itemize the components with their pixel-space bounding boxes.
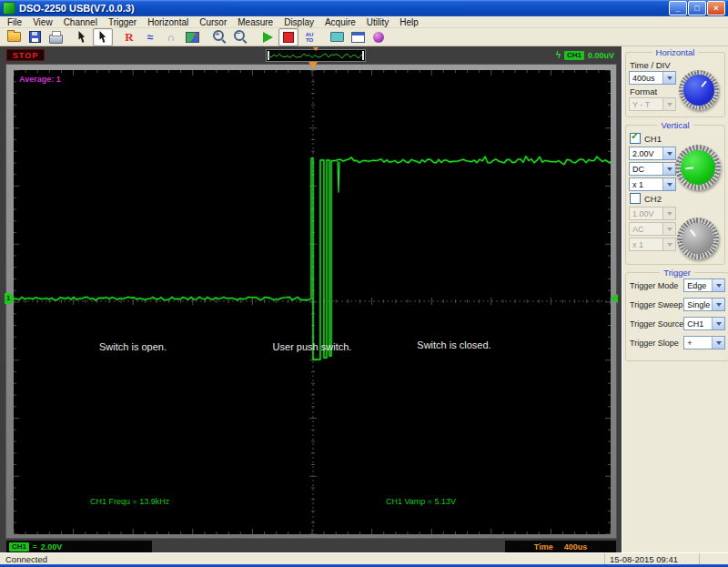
dropdown-arrow-icon[interactable] xyxy=(662,163,675,175)
stop-button[interactable] xyxy=(278,28,298,46)
menu-measure[interactable]: Measure xyxy=(232,17,278,27)
ch1-coupling-select[interactable]: DC xyxy=(629,162,676,176)
toolbar: R≈∩AU TO xyxy=(0,28,728,46)
auto-setup-icon: AU TO xyxy=(304,32,316,43)
menu-view[interactable]: View xyxy=(27,17,58,27)
menu-display[interactable]: Display xyxy=(278,17,319,27)
ch2-position-knob[interactable] xyxy=(677,218,719,259)
trigger-position-marker-icon[interactable] xyxy=(308,62,318,69)
annotation-2: User push switch. xyxy=(273,341,352,352)
app-icon xyxy=(3,2,15,15)
math-waveform-button[interactable]: ≈ xyxy=(140,28,160,46)
menu-file[interactable]: File xyxy=(2,17,27,27)
dropdown-arrow-icon[interactable] xyxy=(712,279,724,291)
display-frame: 1 Average: 1 Switch is open.User push sw… xyxy=(5,64,617,539)
datetime: 15-08-2015 09:41 xyxy=(604,553,699,564)
dropdown-arrow-icon[interactable] xyxy=(662,72,675,84)
connection-status: Connected xyxy=(0,554,604,564)
title-bar: DSO-2250 USB(V7.0.0.3) _□× xyxy=(0,0,728,16)
cursor-pan-button[interactable] xyxy=(72,28,92,46)
help-button[interactable] xyxy=(369,28,389,46)
trigger-slope-label: Trigger Slope xyxy=(630,339,679,348)
menu-bar: FileViewChannelTriggerHorizontalCursorMe… xyxy=(0,16,728,28)
close-button[interactable]: × xyxy=(707,1,725,15)
refresh-r-icon: R xyxy=(125,31,133,43)
time-label: Time xyxy=(534,542,553,552)
waveform-overview[interactable] xyxy=(266,49,366,62)
snapshot-icon xyxy=(186,32,199,43)
channel1-volts-div: 2.00V xyxy=(41,542,63,552)
trigger-mode-row: Trigger ModeEdge xyxy=(630,278,725,292)
zoom-in-icon xyxy=(213,30,224,41)
multi-window-icon xyxy=(351,32,365,43)
display-mode-button[interactable] xyxy=(327,28,347,46)
trigger-level-value: 0.00uV xyxy=(588,51,614,60)
trigger-sweep-row: Trigger SweepSingle xyxy=(630,298,725,311)
time-div-label: Time / DIV xyxy=(630,60,722,70)
cursor-select-button[interactable] xyxy=(93,28,113,46)
ch1-volts-select[interactable]: 2.00V xyxy=(629,147,676,160)
measurement-2: CH1 Vamp = 5.13V xyxy=(386,497,456,506)
zoom-out-button[interactable] xyxy=(230,28,250,46)
minimize-button[interactable]: _ xyxy=(669,1,687,15)
trigger-source-select[interactable]: CH1 xyxy=(683,317,725,330)
menu-horizontal[interactable]: Horizontal xyxy=(142,17,194,27)
snapshot-button[interactable] xyxy=(182,28,202,46)
dropdown-arrow-icon[interactable] xyxy=(712,318,724,329)
ch1-position-knob[interactable] xyxy=(675,145,721,190)
trigger-level-marker-icon[interactable] xyxy=(610,294,618,303)
auto-setup-button[interactable]: AU TO xyxy=(299,28,319,46)
trigger-slope-row: Trigger Slope+ xyxy=(630,336,725,349)
dropdown-arrow-icon xyxy=(662,238,675,250)
main-area: STOP ϟ CH1 0.00uV 1 Average: 1 Switch is… xyxy=(0,46,728,552)
ch2-coupling-select[interactable]: AC xyxy=(629,222,676,236)
menu-acquire[interactable]: Acquire xyxy=(319,17,361,27)
dropdown-arrow-icon[interactable] xyxy=(712,337,724,349)
start-button[interactable] xyxy=(258,28,278,46)
ch2-volts-select[interactable]: 1.00V xyxy=(629,207,676,220)
format-select[interactable]: Y - T xyxy=(629,97,676,111)
menu-utility[interactable]: Utility xyxy=(361,17,394,27)
trigger-sweep-select[interactable]: Single xyxy=(683,298,725,311)
ch1-checkbox-row: ✓ CH1 xyxy=(630,133,722,144)
dropdown-arrow-icon xyxy=(662,208,675,219)
ch1-checkbox[interactable]: ✓ xyxy=(630,133,641,144)
vertical-group-title: Vertical xyxy=(657,120,693,130)
trigger-mode-select[interactable]: Edge xyxy=(683,278,725,292)
print-button[interactable] xyxy=(46,28,66,46)
magnet-icon: ∩ xyxy=(167,32,176,43)
math-waveform-icon: ≈ xyxy=(147,32,154,43)
ch1-label: CH1 xyxy=(644,134,662,144)
menu-cursor[interactable]: Cursor xyxy=(194,17,232,27)
scope-area: STOP ϟ CH1 0.00uV 1 Average: 1 Switch is… xyxy=(0,46,622,552)
check-icon: ✓ xyxy=(631,130,639,142)
timebase-status-box: Time 400us xyxy=(505,541,616,552)
channel1-badge: CH1 xyxy=(9,542,29,552)
open-icon xyxy=(7,32,21,42)
dropdown-arrow-icon[interactable] xyxy=(662,178,675,190)
horizontal-knob[interactable] xyxy=(679,70,719,110)
trigger-sweep-label: Trigger Sweep xyxy=(630,300,682,309)
menu-channel[interactable]: Channel xyxy=(58,17,103,27)
stop-icon xyxy=(283,32,294,43)
refresh-r-button[interactable]: R xyxy=(119,28,139,46)
vertical-group: Vertical ✓ CH1 2.00V DC x 1 CH xyxy=(625,120,725,265)
time-div-select[interactable]: 400us xyxy=(629,71,676,85)
dropdown-arrow-icon[interactable] xyxy=(662,147,675,159)
trigger-slope-select[interactable]: + xyxy=(683,336,725,349)
trigger-group-title: Trigger xyxy=(660,268,694,278)
zoom-in-button[interactable] xyxy=(209,28,229,46)
save-button[interactable] xyxy=(25,28,45,46)
maximize-button[interactable]: □ xyxy=(688,1,706,15)
ch2-checkbox[interactable] xyxy=(630,193,641,204)
ch1-probe-select[interactable]: x 1 xyxy=(629,177,676,191)
dropdown-arrow-icon[interactable] xyxy=(712,299,724,310)
menu-trigger[interactable]: Trigger xyxy=(103,17,142,27)
save-icon xyxy=(29,31,41,43)
magnet-button[interactable]: ∩ xyxy=(161,28,181,46)
ch2-probe-select[interactable]: x 1 xyxy=(629,238,676,251)
menu-help[interactable]: Help xyxy=(394,17,424,27)
open-button[interactable] xyxy=(4,28,24,46)
multi-window-button[interactable] xyxy=(348,28,368,46)
horizontal-group: Horizontal Time / DIV 400us Format Y - T xyxy=(625,47,725,117)
